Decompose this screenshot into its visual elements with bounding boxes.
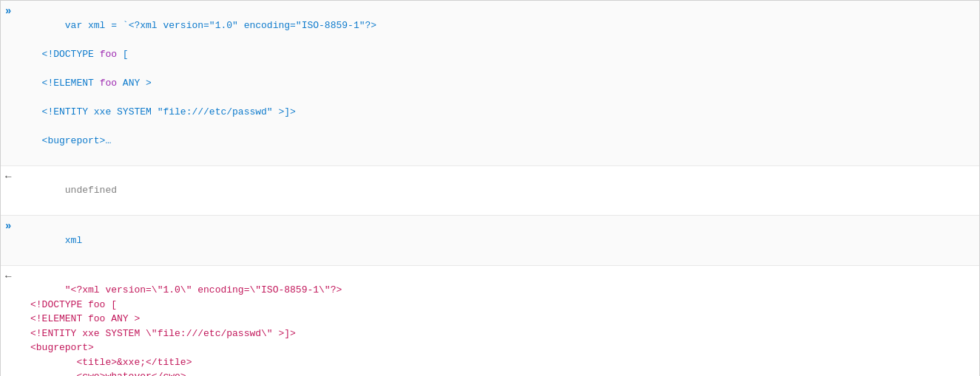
xml-output-string: "<?xml version=\"1.0\" encoding=\"ISO-88… <box>30 284 342 376</box>
input-arrow-1: » <box>5 4 11 19</box>
input-gutter-1: » <box>1 2 27 19</box>
output-gutter-2: ← <box>1 168 27 185</box>
console-row-1: » var xml = `<?xml version="1.0" encodin… <box>1 1 979 166</box>
input-content-3[interactable]: xml <box>27 217 979 264</box>
input-gutter-3: » <box>1 217 27 234</box>
console-row-4: ← "<?xml version=\"1.0\" encoding=\"ISO-… <box>1 266 979 377</box>
output-gutter-4: ← <box>1 267 27 284</box>
code-text: ANY > <box>117 78 152 89</box>
code-text: xml = `<?xml version="1.0" encoding="ISO… <box>82 20 376 31</box>
xml-varname: xml <box>65 235 82 246</box>
code-text: <!ELEMENT <box>30 78 100 89</box>
input-arrow-3: » <box>5 219 11 234</box>
code-text: <!ENTITY xxe SYSTEM "file:///etc/passwd"… <box>30 106 296 117</box>
doctype-foo: foo <box>100 49 117 60</box>
console-row-2: ← undefined <box>1 166 979 216</box>
console-panel: » var xml = `<?xml version="1.0" encodin… <box>0 0 980 376</box>
code-text: <bugreport>… <box>30 135 111 146</box>
output-arrow-4: ← <box>5 269 11 284</box>
code-text: <!DOCTYPE <box>30 49 100 60</box>
code-text: [ <box>117 49 129 60</box>
output-arrow-2: ← <box>5 169 11 185</box>
undefined-value: undefined <box>65 185 117 196</box>
element-foo: foo <box>100 78 117 89</box>
keyword-var: var <box>65 20 82 31</box>
input-content-1[interactable]: var xml = `<?xml version="1.0" encoding=… <box>27 2 979 164</box>
output-content-4: "<?xml version=\"1.0\" encoding=\"ISO-88… <box>27 267 979 377</box>
output-content-2: undefined <box>27 168 979 214</box>
console-row-3: » xml <box>1 216 979 266</box>
